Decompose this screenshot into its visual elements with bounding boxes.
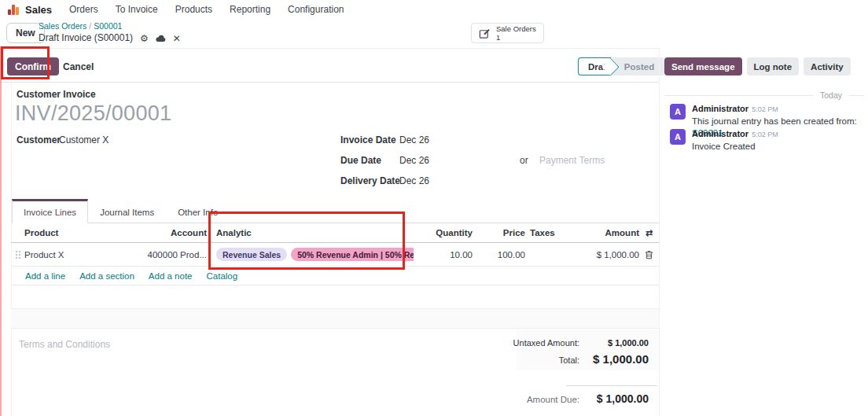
col-analytic: Analytic (207, 228, 414, 237)
invoice-number: INV/2025/00001 (15, 101, 171, 126)
odoo-draft-invoice-screen: Sales Orders To Invoice Products Reporti… (0, 0, 868, 416)
log-note-button[interactable]: Log note (747, 57, 800, 75)
delivery-date-label: Delivery Date (340, 175, 400, 186)
tab-invoice-lines[interactable]: Invoice Lines (12, 199, 88, 223)
due-date-label: Due Date (340, 155, 381, 166)
annotation-left-edge-line (0, 46, 2, 416)
menu-products[interactable]: Products (175, 4, 212, 15)
activity-button[interactable]: Activity (804, 57, 851, 75)
untaxed-amount-row: Untaxed Amount: $ 1,000.00 (440, 338, 657, 348)
add-a-line-link[interactable]: Add a line (25, 271, 65, 281)
chatter-message: A Administrator5:02 PM Invoice Created (670, 128, 866, 153)
invoice-status-widget: Draft Posted (578, 57, 664, 75)
divider (0, 48, 659, 49)
gear-icon[interactable]: ⚙ (140, 34, 149, 43)
optional-columns-icon[interactable]: ⇄ (639, 228, 659, 238)
odoo-sales-app-icon[interactable] (8, 5, 20, 15)
col-account: Account (142, 228, 207, 237)
breadcrumb-current: Draft Invoice (S00001) (39, 32, 133, 44)
avatar[interactable]: A (670, 104, 686, 120)
add-a-note-link[interactable]: Add a note (149, 271, 193, 281)
invoice-date-field[interactable]: Dec 26 (399, 134, 429, 145)
terms-and-conditions-field[interactable]: Terms and Conditions (19, 339, 110, 350)
message-text: This journal entry has been created from… (692, 116, 857, 126)
cell-amount: $ 1,000.00 (553, 250, 639, 260)
customer-field[interactable]: Customer X (59, 134, 108, 145)
message-author: Administrator (692, 129, 748, 138)
divider (0, 82, 659, 83)
due-date-field[interactable]: Dec 26 (399, 155, 429, 166)
message-text: Invoice Created (692, 142, 756, 151)
table-header-row: Product Account Analytic Quantity Price … (11, 223, 659, 243)
breadcrumb-separator: / (89, 21, 91, 31)
tab-other-info[interactable]: Other Info (166, 201, 230, 223)
col-price: Price (473, 228, 525, 237)
menu-orders[interactable]: Orders (69, 4, 98, 15)
divider (659, 48, 660, 416)
cell-quantity[interactable]: 10.00 (414, 250, 473, 260)
today-divider: Today (664, 90, 864, 100)
notebook-tabs: Invoice Lines Journal Items Other Info (12, 199, 230, 223)
total-label: Total: (559, 355, 579, 365)
top-navbar: Sales Orders To Invoice Products Reporti… (0, 0, 868, 19)
catalog-link[interactable]: Catalog (206, 271, 237, 281)
table-row[interactable]: Product X 400000 Prod... Revenue Sales 5… (11, 243, 659, 267)
cell-product[interactable]: Product X (24, 250, 142, 260)
drag-handle-icon[interactable] (11, 249, 24, 260)
col-taxes: Taxes (525, 228, 553, 237)
col-amount: Amount (553, 228, 639, 237)
delivery-date-field[interactable]: Dec 26 (399, 175, 429, 186)
total-row: Total: $ 1,000.00 (440, 352, 657, 366)
menu-configuration[interactable]: Configuration (288, 4, 344, 15)
empty-row (11, 309, 659, 329)
breadcrumb: Sales Orders/S00001 Draft Invoice (S0000… (39, 21, 181, 44)
cancel-button[interactable]: Cancel (56, 57, 101, 75)
amount-due-label: Amount Due: (527, 395, 579, 404)
menu-to-invoice[interactable]: To Invoice (116, 4, 158, 15)
divider (566, 385, 657, 386)
trash-icon[interactable] (639, 250, 659, 260)
add-a-section-link[interactable]: Add a section (79, 271, 134, 281)
chatter-toolbar: Send message Log note Activity (664, 57, 851, 75)
sale-orders-smart-button[interactable]: Sale Orders 1 (471, 23, 544, 43)
analytic-tag-revenue-sales[interactable]: Revenue Sales (216, 248, 287, 261)
cell-price[interactable]: 100.00 (473, 250, 525, 260)
col-product: Product (24, 228, 142, 237)
empty-row (11, 285, 659, 309)
cell-account[interactable]: 400000 Prod... (142, 250, 207, 260)
col-quantity: Quantity (414, 228, 473, 237)
invoice-date-label: Invoice Date (340, 134, 396, 145)
or-text: or (520, 155, 528, 166)
avatar[interactable]: A (670, 129, 686, 145)
invoice-type-label: Customer Invoice (17, 89, 96, 100)
customer-label: Customer (17, 134, 61, 145)
tab-journal-items[interactable]: Journal Items (88, 201, 166, 223)
menu-reporting[interactable]: Reporting (230, 4, 270, 15)
total-value: $ 1,000.00 (579, 352, 657, 366)
message-time: 5:02 PM (752, 131, 778, 138)
status-arrow-shape (602, 58, 620, 75)
smart-button-label: Sale Orders (496, 24, 536, 33)
invoice-lines-table: Product Account Analytic Quantity Price … (11, 223, 659, 329)
breadcrumb-s00001-link[interactable]: S00001 (94, 21, 122, 31)
send-message-button[interactable]: Send message (664, 57, 742, 75)
status-draft[interactable]: Draft (578, 57, 611, 75)
message-author: Administrator (692, 104, 748, 113)
amount-due-row: Amount Due: $ 1,000.00 (440, 392, 657, 405)
cloud-save-icon[interactable] (156, 35, 166, 42)
breadcrumb-sales-orders-link[interactable]: Sales Orders (39, 21, 86, 31)
table-footer-links: Add a line Add a section Add a note Cata… (11, 267, 659, 285)
payment-terms-field[interactable]: Payment Terms (539, 155, 605, 166)
untaxed-amount-label: Untaxed Amount: (513, 338, 579, 348)
discard-icon[interactable]: ✕ (173, 34, 181, 43)
confirm-button[interactable]: Confirm (7, 57, 59, 75)
amount-due-value: $ 1,000.00 (579, 392, 657, 405)
app-name[interactable]: Sales (25, 4, 52, 16)
message-time: 5:02 PM (752, 105, 778, 113)
cell-analytic[interactable]: Revenue Sales 50% Revenue Admin | 50% Re… (207, 248, 414, 261)
smart-button-count: 1 (496, 33, 536, 42)
edit-note-icon (479, 28, 491, 39)
untaxed-amount-value: $ 1,000.00 (579, 338, 657, 348)
analytic-tag-revenue-split[interactable]: 50% Revenue Admin | 50% Reven... (291, 248, 414, 261)
